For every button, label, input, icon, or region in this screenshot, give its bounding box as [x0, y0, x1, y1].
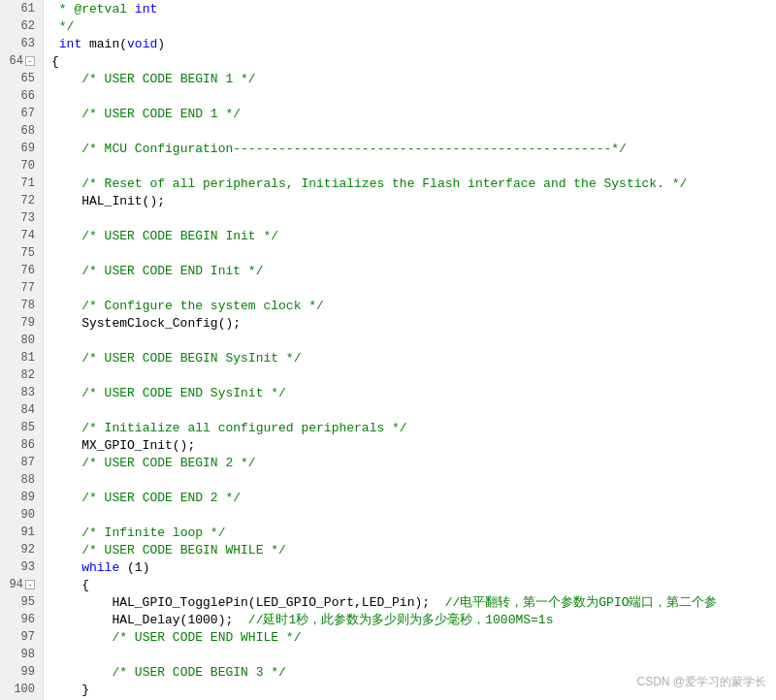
- line-number: 76: [0, 262, 43, 279]
- line-number: 87: [0, 454, 43, 471]
- token-normal: (1): [119, 560, 149, 575]
- line-number: 86: [0, 436, 43, 454]
- token-comment: /* USER CODE END 2 */: [81, 491, 241, 505]
- token-normal: [51, 107, 81, 121]
- token-normal: [51, 72, 81, 86]
- code-line: MX_GPIO_Init();: [51, 436, 776, 454]
- code-line: while (1): [51, 558, 776, 576]
- code-line: HAL_GPIO_TogglePin(LED_GPIO_Port,LED_Pin…: [51, 593, 776, 611]
- code-container: 61626364-6566676869707172737475767778798…: [0, 0, 776, 700]
- line-number: 71: [0, 175, 43, 192]
- token-normal: HAL_GPIO_TogglePin(LED_GPIO_Port,LED_Pin…: [51, 595, 445, 610]
- token-normal: [51, 142, 81, 156]
- token-comment: /* USER CODE END SysInit */: [81, 386, 286, 400]
- line-number: 64-: [0, 52, 43, 70]
- line-number: 69: [0, 140, 43, 157]
- token-keyword: while: [81, 560, 119, 575]
- token-normal: SystemClock_Config();: [51, 316, 241, 331]
- line-number: 82: [0, 366, 43, 384]
- token-normal: [51, 176, 81, 191]
- line-number: 99: [0, 663, 43, 681]
- code-area[interactable]: * @retval int */ int main(void){ /* USER…: [44, 0, 776, 700]
- line-number: 61: [0, 0, 43, 17]
- token-normal: [51, 560, 81, 575]
- token-comment: /* Configure the system clock */: [81, 299, 324, 313]
- line-number: 100: [0, 681, 43, 698]
- token-normal: {: [51, 578, 89, 592]
- token-normal: [51, 630, 112, 645]
- code-line: [51, 279, 776, 297]
- code-line: /* USER CODE END 1 */: [51, 105, 776, 122]
- line-number: 77: [0, 279, 43, 297]
- token-comment: /* USER CODE BEGIN SysInit */: [81, 351, 301, 366]
- code-line: HAL_Init();: [51, 192, 776, 209]
- line-number: 95: [0, 593, 43, 611]
- code-line: /* Reset of all peripherals, Initializes…: [51, 175, 776, 192]
- line-number: 83: [0, 384, 43, 401]
- line-number: 92: [0, 541, 43, 558]
- token-comment: /* USER CODE BEGIN 2 */: [81, 456, 255, 470]
- line-number: 98: [0, 646, 43, 663]
- token-comment: /* USER CODE END Init */: [81, 264, 263, 278]
- token-comment: * @retval: [51, 2, 135, 16]
- line-number: 68: [0, 122, 43, 140]
- code-line: [51, 244, 776, 262]
- code-line: /* MCU Configuration--------------------…: [51, 140, 776, 157]
- fold-icon[interactable]: -: [25, 580, 35, 589]
- line-numbers: 61626364-6566676869707172737475767778798…: [0, 0, 44, 700]
- token-normal: [51, 665, 112, 680]
- token-normal: [51, 351, 81, 366]
- line-number: 62: [0, 17, 43, 35]
- line-number: 73: [0, 209, 43, 227]
- token-normal: {: [51, 54, 59, 69]
- code-line: /* Initialize all configured peripherals…: [51, 419, 776, 436]
- fold-icon[interactable]: -: [25, 56, 35, 66]
- line-number: 79: [0, 314, 43, 332]
- line-number: 85: [0, 419, 43, 436]
- code-line: /* Configure the system clock */: [51, 297, 776, 314]
- line-number: 67: [0, 105, 43, 122]
- token-normal: [51, 491, 81, 505]
- token-keyword: int: [59, 37, 81, 51]
- code-line: {: [51, 52, 776, 70]
- token-normal: [51, 525, 81, 540]
- token-comment: /* Initialize all configured peripherals…: [81, 421, 406, 435]
- code-line: * @retval int: [51, 0, 776, 17]
- line-number: 74: [0, 227, 43, 244]
- token-keyword: void: [127, 37, 157, 51]
- code-line: [51, 332, 776, 349]
- code-line: /* USER CODE END Init */: [51, 262, 776, 279]
- token-normal: [51, 299, 81, 313]
- code-line: /* USER CODE BEGIN WHILE */: [51, 541, 776, 558]
- token-comment: /* Infinite loop */: [81, 525, 225, 540]
- code-line: int main(void): [51, 35, 776, 52]
- token-keyword-in-comment: int: [135, 2, 157, 16]
- code-line: [51, 87, 776, 105]
- token-normal: MX_GPIO_Init();: [51, 438, 195, 453]
- line-number: 93: [0, 558, 43, 576]
- line-number: 72: [0, 192, 43, 209]
- line-number: 63: [0, 35, 43, 52]
- token-normal: [51, 37, 59, 51]
- token-normal: [51, 421, 81, 435]
- token-comment: /* USER CODE BEGIN 3 */: [112, 665, 285, 680]
- code-line: /* Infinite loop */: [51, 524, 776, 541]
- code-line: /* USER CODE BEGIN 1 */: [51, 70, 776, 87]
- token-comment: /* USER CODE BEGIN Init */: [81, 229, 278, 243]
- code-line: /* USER CODE END WHILE */: [51, 628, 776, 646]
- line-number: 96: [0, 611, 43, 628]
- token-normal: HAL_Delay(1000);: [51, 613, 248, 627]
- code-line: [51, 471, 776, 489]
- line-number: 91: [0, 524, 43, 541]
- line-number: 78: [0, 297, 43, 314]
- code-line: /* USER CODE END 2 */: [51, 489, 776, 506]
- token-comment: /* USER CODE END WHILE */: [112, 630, 301, 645]
- code-line: [51, 122, 776, 140]
- line-number: 94-: [0, 576, 43, 593]
- code-line: [51, 506, 776, 524]
- token-normal: ): [157, 37, 165, 51]
- line-number: 89: [0, 489, 43, 506]
- line-number: 90: [0, 506, 43, 524]
- token-comment: */: [51, 19, 74, 34]
- code-line: [51, 401, 776, 419]
